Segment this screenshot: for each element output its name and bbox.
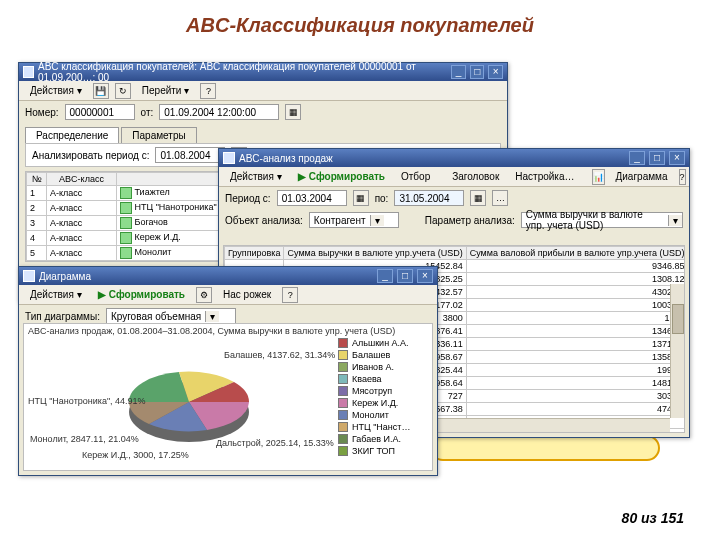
doc-icon bbox=[120, 247, 132, 259]
label-chart-type: Тип диаграммы: bbox=[25, 311, 100, 322]
row-number: Номер: 00000001 от: 01.09.2004 12:00:00 … bbox=[19, 101, 507, 123]
select-object[interactable]: Контрагент▾ bbox=[309, 212, 399, 228]
input-date[interactable]: 01.09.2004 12:00:00 bbox=[159, 104, 279, 120]
app-icon bbox=[23, 66, 34, 78]
legend-item: Мясотруп bbox=[338, 386, 426, 396]
label-param: Параметр анализа: bbox=[425, 215, 515, 226]
title-text: ABC-анализ продаж bbox=[239, 153, 333, 164]
maximize-button[interactable]: □ bbox=[470, 65, 485, 79]
callout-bubble bbox=[430, 435, 660, 461]
chevron-down-icon[interactable]: ▾ bbox=[205, 311, 219, 322]
window-chart: Диаграмма _ □ × Действия ▾ ▶ Сформироват… bbox=[18, 266, 438, 476]
chart-canvas: ABC-анализ продаж, 01.08.2004–31.08.2004… bbox=[23, 323, 433, 471]
legend-item: НТЦ "Нанст… bbox=[338, 422, 426, 432]
calendar-icon[interactable]: ▦ bbox=[285, 104, 301, 120]
col-profit[interactable]: Сумма валовой прибыли в валюте упр.учета… bbox=[466, 247, 685, 260]
close-button[interactable]: × bbox=[417, 269, 433, 283]
select-param[interactable]: Сумма выручки в валюте упр. учета (USD)▾ bbox=[521, 212, 683, 228]
legend-item: Балашев bbox=[338, 350, 426, 360]
actions-menu[interactable]: Действия ▾ bbox=[25, 84, 87, 97]
doc-icon bbox=[120, 217, 132, 229]
input-number[interactable]: 00000001 bbox=[65, 104, 135, 120]
chart-icon[interactable]: 📊 bbox=[592, 169, 605, 185]
toolbar-abc: Действия ▾ 💾 ↻ Перейти ▾ ? bbox=[19, 81, 507, 101]
tool-icon[interactable]: ⚙ bbox=[196, 287, 212, 303]
minimize-button[interactable]: _ bbox=[629, 151, 645, 165]
col-revenue[interactable]: Сумма выручки в валюте упр.учета (USD) bbox=[284, 247, 466, 260]
chart-subtitle: ABC-анализ продаж, 01.08.2004–31.08.2004… bbox=[24, 324, 432, 338]
filter-button[interactable]: Отбор bbox=[396, 170, 435, 183]
maximize-button[interactable]: □ bbox=[649, 151, 665, 165]
maximize-button[interactable]: □ bbox=[397, 269, 413, 283]
close-button[interactable]: × bbox=[488, 65, 503, 79]
pie-label-monolit: Монолит, 2847.11, 21.04% bbox=[30, 434, 139, 444]
label-object: Объект анализа: bbox=[225, 215, 303, 226]
title-text: Диаграмма bbox=[39, 271, 91, 282]
run-button[interactable]: ▶ Сформировать bbox=[293, 170, 390, 183]
label-date: от: bbox=[141, 107, 154, 118]
tool-save-icon[interactable]: 💾 bbox=[93, 83, 109, 99]
legend-item: Кереж И.Д. bbox=[338, 398, 426, 408]
label-period: Период с: bbox=[225, 193, 271, 204]
go-menu[interactable]: Перейти ▾ bbox=[137, 84, 195, 97]
pie-label-ntc: НТЦ "Нанотроника", 44.91% bbox=[28, 396, 146, 406]
legend-item: Альшкин А.А. bbox=[338, 338, 426, 348]
input-period-from[interactable]: 01.03.2004 bbox=[277, 190, 347, 206]
input-analyze-from[interactable]: 01.08.2004 bbox=[155, 147, 225, 163]
tab-distribution[interactable]: Распределение bbox=[25, 127, 119, 143]
col-group[interactable]: Группировка bbox=[225, 247, 284, 260]
ellipsis-button[interactable]: … bbox=[492, 190, 508, 206]
chart-button[interactable]: Диаграмма bbox=[611, 170, 673, 183]
label-number: Номер: bbox=[25, 107, 59, 118]
select-chart-type[interactable]: Круговая объемная▾ bbox=[106, 308, 236, 324]
header-button[interactable]: Заголовок bbox=[447, 170, 504, 183]
actions-menu[interactable]: Действия ▾ bbox=[25, 288, 87, 301]
close-button[interactable]: × bbox=[669, 151, 685, 165]
row-object: Объект анализа: Контрагент▾ Параметр ана… bbox=[219, 209, 689, 231]
titlebar-abc[interactable]: ABC классификация покупателей: ABC класс… bbox=[19, 63, 507, 81]
tabs-abc: Распределение Параметры bbox=[25, 127, 501, 143]
minimize-button[interactable]: _ bbox=[451, 65, 466, 79]
legend-item: Монолит bbox=[338, 410, 426, 420]
toolbar-chart: Действия ▾ ▶ Сформировать ⚙ Нас рожек ? bbox=[19, 285, 437, 305]
chevron-down-icon[interactable]: ▾ bbox=[668, 215, 682, 226]
minimize-button[interactable]: _ bbox=[377, 269, 393, 283]
page-number: 80 из 151 bbox=[622, 510, 684, 526]
chevron-down-icon[interactable]: ▾ bbox=[370, 215, 384, 226]
tool-help-icon[interactable]: ? bbox=[200, 83, 216, 99]
doc-icon bbox=[120, 187, 132, 199]
reset-button[interactable]: Нас рожек bbox=[218, 288, 276, 301]
input-period-to[interactable]: 31.05.2004 bbox=[394, 190, 464, 206]
title-text: ABC классификация покупателей: ABC класс… bbox=[38, 61, 443, 83]
setup-button[interactable]: Настройка… bbox=[510, 170, 579, 183]
legend-item: Иванов А. bbox=[338, 362, 426, 372]
col-n[interactable]: № bbox=[27, 173, 47, 186]
col-class[interactable]: ABC-класс bbox=[47, 173, 117, 186]
app-icon bbox=[223, 152, 235, 164]
pie-label-kerezh: Кереж И.Д., 3000, 17.25% bbox=[82, 450, 189, 460]
pie-label-dalstroy: Дальстрой, 2025.14, 15.33% bbox=[216, 438, 334, 448]
help-icon[interactable]: ? bbox=[282, 287, 298, 303]
doc-icon bbox=[120, 202, 132, 214]
titlebar-sales[interactable]: ABC-анализ продаж _ □ × bbox=[219, 149, 689, 167]
legend-item: Габаев И.А. bbox=[338, 434, 426, 444]
legend-item: Кваева bbox=[338, 374, 426, 384]
actions-menu[interactable]: Действия ▾ bbox=[225, 170, 287, 183]
slide-title: ABC-Классификация покупателей bbox=[0, 0, 720, 45]
calendar2-icon[interactable]: ▦ bbox=[470, 190, 486, 206]
tab-parameters[interactable]: Параметры bbox=[121, 127, 196, 143]
help-icon[interactable]: ? bbox=[679, 169, 686, 185]
calendar-icon[interactable]: ▦ bbox=[353, 190, 369, 206]
vertical-scrollbar[interactable] bbox=[670, 284, 684, 418]
toolbar-sales: Действия ▾ ▶ Сформировать Отбор Заголово… bbox=[219, 167, 689, 187]
label-period-to: по: bbox=[375, 193, 389, 204]
titlebar-chart[interactable]: Диаграмма _ □ × bbox=[19, 267, 437, 285]
label-analyze: Анализировать период с: bbox=[32, 150, 149, 161]
legend-item: ЗКИГ ТОП bbox=[338, 446, 426, 456]
tool-refresh-icon[interactable]: ↻ bbox=[115, 83, 131, 99]
chart-legend: Альшкин А.А. Балашев Иванов А. Кваева Мя… bbox=[338, 338, 426, 458]
run-button[interactable]: ▶ Сформировать bbox=[93, 288, 190, 301]
app-icon bbox=[23, 270, 35, 282]
doc-icon bbox=[120, 232, 132, 244]
row-period: Период с: 01.03.2004 ▦ по: 31.05.2004 ▦ … bbox=[219, 187, 689, 209]
